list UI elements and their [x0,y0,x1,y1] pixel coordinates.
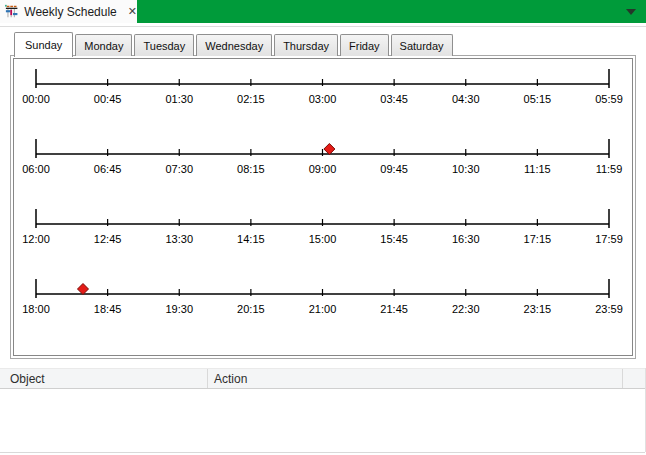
time-label: 10:30 [452,163,480,175]
time-label: 06:00 [22,163,50,175]
window-tab-title: Weekly Schedule [24,5,117,19]
window-tab-weekly-schedule[interactable]: Weekly Schedule ✕ [0,0,137,23]
tab-sunday[interactable]: Sunday [14,32,73,57]
schedule-gantt-icon [5,4,18,19]
time-label: 05:15 [524,93,552,105]
time-label: 09:00 [309,163,337,175]
tab-strip-filler [137,0,646,23]
time-label: 16:30 [452,233,480,245]
schedule-marker-diamond[interactable] [77,284,88,295]
time-label: 00:45 [94,93,122,105]
timeline-row[interactable]: 00:0000:4501:3002:1503:0003:4504:3005:15… [14,59,630,129]
time-label: 09:45 [380,163,408,175]
column-header-object[interactable]: Object [0,369,207,388]
time-label: 03:45 [380,93,408,105]
time-label: 04:30 [452,93,480,105]
time-label: 19:30 [165,303,193,315]
time-label: 17:15 [524,233,552,245]
timeline-rows: 00:0000:4501:3002:1503:0003:4504:3005:15… [14,59,630,339]
time-label: 00:00 [22,93,50,105]
time-label: 18:00 [22,303,50,315]
window-tab-bar: Weekly Schedule ✕ [0,0,646,23]
schedule-marker-diamond[interactable] [324,144,335,155]
time-label: 07:30 [165,163,193,175]
timeline-row[interactable]: 18:0018:4519:3020:1521:0021:4522:3023:15… [14,269,630,339]
tab-thursday[interactable]: Thursday [274,34,338,56]
time-label: 23:15 [524,303,552,315]
day-tab-strip: SundayMondayTuesdayWednesdayThursdayFrid… [14,33,455,56]
tab-saturday[interactable]: Saturday [391,34,453,56]
time-label: 01:30 [165,93,193,105]
time-label: 02:15 [237,93,265,105]
time-label: 08:15 [237,163,265,175]
time-label: 03:00 [309,93,337,105]
column-header-action[interactable]: Action [207,369,622,388]
time-label: 13:30 [165,233,193,245]
time-label: 14:15 [237,233,265,245]
time-label: 15:45 [380,233,408,245]
time-label: 12:45 [94,233,122,245]
schedule-entries-table: Object Action [0,368,646,452]
time-label: 17:59 [595,233,623,245]
close-icon[interactable]: ✕ [128,6,137,17]
time-label: 05:59 [595,93,623,105]
tab-strip-separator [0,26,646,27]
table-body-empty [0,389,645,453]
timeline-widget: 00:0000:4501:3002:1503:0003:4504:3005:15… [13,58,633,356]
tab-friday[interactable]: Friday [340,34,389,56]
time-label: 21:00 [309,303,337,315]
time-label: 18:45 [94,303,122,315]
column-header-spacer [622,369,645,388]
tab-monday[interactable]: Monday [75,34,132,56]
time-label: 23:59 [595,303,623,315]
time-label: 12:00 [22,233,50,245]
tab-tuesday[interactable]: Tuesday [134,34,194,56]
time-label: 20:15 [237,303,265,315]
timeline-row[interactable]: 12:0012:4513:3014:1515:0015:4516:3017:15… [14,199,630,269]
time-label: 11:15 [524,163,551,175]
tab-wednesday[interactable]: Wednesday [196,34,272,56]
table-header-row: Object Action [0,368,645,389]
timeline-row[interactable]: 06:0006:4507:3008:1509:0009:4510:3011:15… [14,129,630,199]
time-label: 11:59 [596,163,623,175]
time-label: 15:00 [309,233,337,245]
chevron-down-icon[interactable] [626,9,636,15]
time-label: 06:45 [94,163,122,175]
time-label: 21:45 [380,303,408,315]
schedule-tab-panel: 00:0000:4501:3002:1503:0003:4504:3005:15… [10,55,636,359]
time-label: 22:30 [452,303,480,315]
